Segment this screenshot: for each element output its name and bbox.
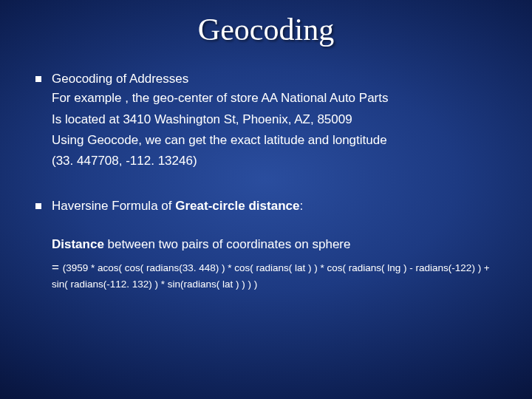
bullet-1-line-2: Is located at 3410 Washington St, Phoeni… <box>35 110 497 129</box>
bullet-1-line-1: For example , the geo-center of store AA… <box>35 89 497 108</box>
bullet-1-line-3: Using Geocode, we can get the exact lati… <box>35 131 497 150</box>
bullet-2-post: : <box>299 199 303 213</box>
slide-title: Geocoding <box>0 0 532 52</box>
bullet-item-1: Geocoding of Addresses <box>35 69 497 89</box>
formula-eq: = <box>52 260 63 274</box>
slide-content: Geocoding of Addresses For example , the… <box>0 52 532 292</box>
bullet-icon <box>35 76 41 82</box>
formula-line: = (3959 * acos( cos( radians(33. 448) ) … <box>52 259 497 291</box>
bullet-1-head: Geocoding of Addresses <box>52 69 497 89</box>
distance-block: Distance between two pairs of coordinate… <box>35 235 497 292</box>
bullet-2-bold: Great-circle distance <box>175 199 299 213</box>
distance-bold: Distance <box>52 237 104 251</box>
bullet-1-line-4: (33. 447708, -112. 13246) <box>35 151 497 171</box>
formula-body: (3959 * acos( cos( radians(33. 448) ) * … <box>52 262 490 290</box>
distance-rest: between two pairs of coordinates on sphe… <box>104 237 351 251</box>
bullet-icon <box>35 203 41 209</box>
bullet-2-text: Haversine Formula of Great-circle distan… <box>52 197 497 216</box>
distance-line: Distance between two pairs of coordinate… <box>52 235 497 254</box>
bullet-2-pre: Haversine Formula of <box>52 199 175 213</box>
bullet-item-2: Haversine Formula of Great-circle distan… <box>35 197 497 216</box>
slide: Geocoding Geocoding of Addresses For exa… <box>0 0 532 399</box>
